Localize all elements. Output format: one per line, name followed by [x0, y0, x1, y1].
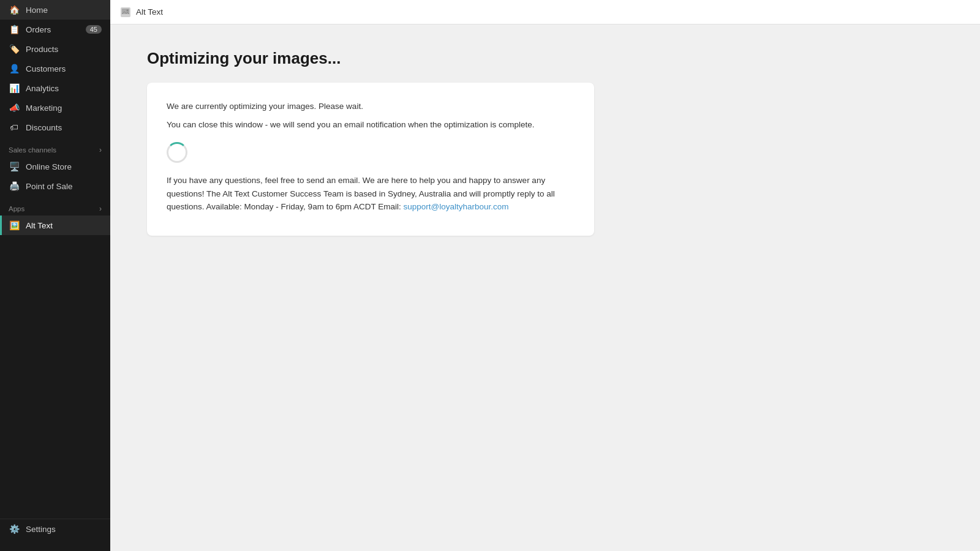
- sidebar-item-online-store[interactable]: 🖥️ Online Store: [0, 157, 110, 176]
- products-icon: 🏷️: [9, 43, 20, 54]
- analytics-icon: 📊: [9, 83, 20, 94]
- settings-icon: ⚙️: [9, 523, 20, 534]
- sidebar-bottom: ⚙️ Settings: [0, 519, 110, 539]
- sidebar-item-discounts[interactable]: 🏷 Discounts: [0, 118, 110, 137]
- sidebar: 🏠 Home 📋 Orders 45 🏷️ Products 👤 Custome…: [0, 0, 110, 551]
- sidebar-item-products-label: Products: [26, 45, 58, 54]
- support-email-link[interactable]: support@loyaltyharbour.com: [403, 202, 508, 211]
- sidebar-item-point-of-sale[interactable]: 🖨️ Point of Sale: [0, 176, 110, 196]
- sidebar-item-orders-label: Orders: [26, 25, 51, 34]
- sidebar-item-customers-label: Customers: [26, 64, 66, 73]
- apps-section: Apps ›: [0, 196, 110, 216]
- apps-chevron: ›: [99, 204, 102, 213]
- sidebar-item-marketing[interactable]: 📣 Marketing: [0, 98, 110, 118]
- main-content: Alt Text Optimizing your images... We ar…: [110, 0, 980, 551]
- loading-spinner: [167, 142, 187, 163]
- sidebar-item-home-label: Home: [26, 6, 48, 15]
- spinner-wrapper: [167, 142, 575, 163]
- home-icon: 🏠: [9, 4, 20, 15]
- sidebar-item-analytics[interactable]: 📊 Analytics: [0, 78, 110, 98]
- topbar-title: Alt Text: [136, 7, 163, 17]
- orders-icon: 📋: [9, 24, 20, 35]
- online-store-icon: 🖥️: [9, 161, 20, 172]
- sidebar-item-analytics-label: Analytics: [26, 84, 59, 93]
- info-card: We are currently optimizing your images.…: [147, 83, 594, 236]
- page-title: Optimizing your images...: [147, 49, 943, 68]
- orders-badge: 45: [86, 25, 102, 34]
- sidebar-item-home[interactable]: 🏠 Home: [0, 0, 110, 20]
- point-of-sale-icon: 🖨️: [9, 181, 20, 192]
- alt-text-icon: 🖼️: [9, 220, 20, 231]
- marketing-icon: 📣: [9, 102, 20, 113]
- sidebar-item-settings-label: Settings: [26, 525, 56, 534]
- sidebar-item-products[interactable]: 🏷️ Products: [0, 39, 110, 59]
- sales-channels-chevron: ›: [99, 146, 102, 154]
- customers-icon: 👤: [9, 63, 20, 74]
- card-line1: We are currently optimizing your images.…: [167, 100, 575, 113]
- sidebar-nav: 🏠 Home 📋 Orders 45 🏷️ Products 👤 Custome…: [0, 0, 110, 137]
- card-info: If you have any questions, feel free to …: [167, 174, 575, 214]
- svg-point-2: [127, 9, 129, 11]
- sidebar-item-orders[interactable]: 📋 Orders 45: [0, 20, 110, 39]
- topbar-app-icon: [120, 7, 131, 18]
- sidebar-item-alt-text-label: Alt Text: [26, 221, 53, 230]
- sidebar-item-discounts-label: Discounts: [26, 123, 62, 132]
- topbar: Alt Text: [110, 0, 980, 24]
- sidebar-item-customers[interactable]: 👤 Customers: [0, 59, 110, 78]
- sidebar-item-alt-text[interactable]: 🖼️ Alt Text: [0, 216, 110, 235]
- sidebar-item-online-store-label: Online Store: [26, 162, 72, 171]
- sidebar-item-point-of-sale-label: Point of Sale: [26, 182, 73, 191]
- sidebar-item-settings[interactable]: ⚙️ Settings: [0, 519, 110, 539]
- sidebar-item-marketing-label: Marketing: [26, 103, 62, 113]
- discounts-icon: 🏷: [9, 122, 20, 133]
- sales-channels-section: Sales channels ›: [0, 137, 110, 157]
- content-area: Optimizing your images... We are current…: [110, 24, 980, 551]
- card-line2: You can close this window - we will send…: [167, 118, 575, 132]
